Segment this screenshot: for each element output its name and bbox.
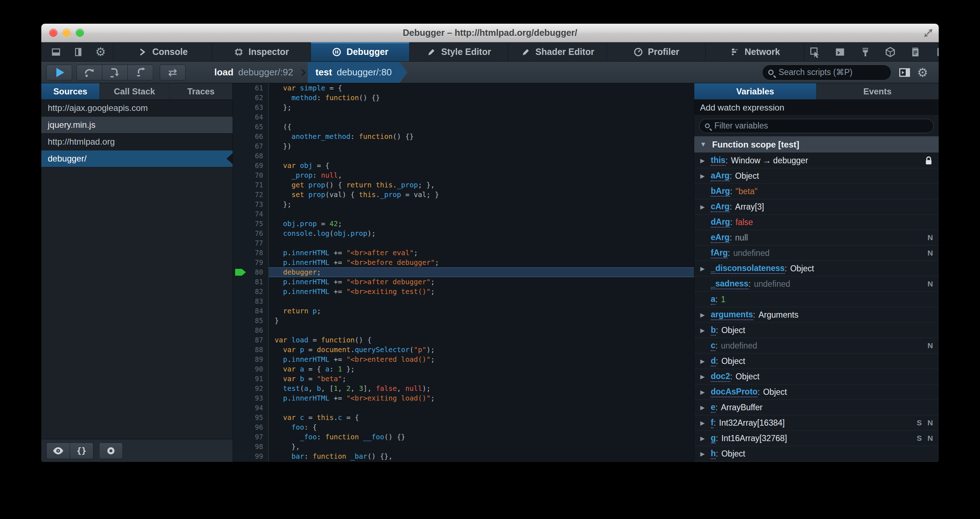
gear-button[interactable]: ⚙ (90, 44, 111, 60)
scope-header[interactable]: ▼ Function scope [test] (694, 136, 939, 153)
source-group-row[interactable]: http://htmlpad.org (41, 134, 232, 150)
pick-element-button[interactable] (805, 44, 825, 60)
window-titlebar[interactable]: Debugger – http://htmlpad.org/debugger/ (41, 24, 939, 42)
line-number-gutter[interactable]: 95 (233, 413, 269, 422)
tab-inspector[interactable]: Inspector (212, 42, 311, 61)
line-number-gutter[interactable]: 91 (233, 374, 269, 384)
variable-row[interactable]: ▶_disconsolateness: Object (694, 261, 939, 276)
line-number-gutter[interactable]: 79 (233, 258, 269, 267)
pause-on-exceptions-button[interactable]: ⇄ (160, 65, 186, 80)
variable-row[interactable]: ▶this: Window → debugger (694, 153, 939, 168)
variable-row[interactable]: ▶f: Int32Array[16384]SN (694, 415, 939, 431)
source-file-row[interactable]: debugger/ (41, 150, 232, 167)
step-over-button[interactable] (76, 65, 102, 80)
line-number-gutter[interactable]: 86 (233, 326, 269, 335)
source-file-row[interactable]: jquery.min.js (41, 117, 232, 134)
variable-row[interactable]: c: undefinedN (694, 338, 939, 353)
variable-row[interactable]: bArg: "beta" (694, 184, 939, 199)
expand-arrow-icon[interactable]: ▶ (694, 173, 711, 180)
line-number-gutter[interactable]: 67 (233, 142, 269, 151)
line-number-gutter[interactable]: 88 (233, 345, 269, 355)
variable-row[interactable]: ▶docAsProto: Object (694, 384, 939, 400)
line-number-gutter[interactable]: 61 (233, 83, 269, 93)
tab-style-editor[interactable]: Style Editor (410, 42, 508, 61)
minimize-window-button[interactable] (62, 29, 71, 37)
stack-frame-load[interactable]: loaddebugger/:92 (208, 62, 299, 83)
variables-tab-events[interactable]: Events (817, 83, 939, 99)
line-number-gutter[interactable]: 93 (233, 393, 269, 403)
line-number-gutter[interactable]: 90 (233, 364, 269, 374)
variable-row[interactable]: ▶g: Int16Array[32768]SN (694, 431, 939, 446)
line-number-gutter[interactable]: 74 (233, 209, 269, 219)
line-number-gutter[interactable]: 98 (233, 442, 269, 452)
close-window-button[interactable] (49, 29, 57, 37)
expand-arrow-icon[interactable]: ▶ (694, 373, 711, 380)
tab-console[interactable]: Console (113, 42, 212, 61)
line-number-gutter[interactable]: 75 (233, 219, 269, 229)
line-number-gutter[interactable]: 64 (233, 112, 269, 122)
line-number-gutter[interactable]: 68 (233, 151, 269, 161)
tab-profiler[interactable]: Profiler (607, 42, 706, 61)
line-number-gutter[interactable]: 71 (233, 180, 269, 190)
source-editor[interactable]: 61 var simple = {62 method: function() {… (233, 83, 694, 462)
line-number-gutter[interactable]: 97 (233, 432, 269, 442)
variable-row[interactable]: dArg: false (694, 215, 939, 230)
expand-arrow-icon[interactable]: ▶ (694, 435, 711, 442)
pretty-print-button[interactable]: {} (70, 443, 93, 459)
variable-row[interactable]: eArg: nullN (694, 230, 939, 245)
variable-row[interactable]: ▶doc2: Object (694, 369, 939, 384)
step-out-button[interactable] (127, 65, 153, 80)
filter-variables-box[interactable] (699, 119, 934, 133)
expand-arrow-icon[interactable]: ▶ (694, 204, 711, 210)
variable-row[interactable]: ▶cArg: Array[3] (694, 199, 939, 215)
line-number-gutter[interactable]: 83 (233, 296, 269, 306)
line-number-gutter[interactable]: 96 (233, 422, 269, 432)
line-number-gutter[interactable]: 87 (233, 335, 269, 345)
variable-row[interactable]: ▶aArg: Object (694, 168, 939, 184)
variable-row[interactable]: ▶b: Object (694, 323, 939, 338)
variable-row[interactable]: _sadness: undefinedN (694, 276, 939, 292)
sources-tab-traces[interactable]: Traces (169, 83, 232, 99)
window-resize-icon[interactable] (922, 27, 934, 41)
variables-tab-variables[interactable]: Variables (694, 83, 817, 99)
resume-button[interactable] (46, 65, 72, 80)
variable-row[interactable]: fArg: undefinedN (694, 245, 939, 261)
variable-row[interactable]: ▶h: Object (694, 446, 939, 462)
responsive-mode-button[interactable] (930, 44, 939, 60)
expand-arrow-icon[interactable]: ▶ (694, 157, 711, 164)
toggle-tracing-button[interactable] (99, 443, 123, 459)
variable-row[interactable]: ▶arguments: Arguments (694, 307, 939, 323)
line-number-gutter[interactable]: 65 (233, 122, 269, 132)
zoom-window-button[interactable] (76, 29, 84, 37)
expand-arrow-icon[interactable]: ▶ (694, 327, 711, 334)
line-number-gutter[interactable]: 72 (233, 190, 269, 199)
line-number-gutter[interactable]: 82 (233, 287, 269, 296)
line-number-gutter[interactable]: 85 (233, 316, 269, 326)
line-number-gutter[interactable]: 81 (233, 277, 269, 287)
tab-debugger[interactable]: Debugger (311, 42, 410, 61)
line-number-gutter[interactable]: 73 (233, 199, 269, 209)
script-search-box[interactable] (762, 65, 891, 80)
line-number-gutter[interactable]: 62 (233, 93, 269, 103)
line-number-gutter[interactable]: 66 (233, 132, 269, 142)
expand-arrow-icon[interactable]: ▶ (694, 358, 711, 365)
add-watch-expression[interactable]: Add watch expression (694, 100, 939, 116)
filter-variables-input[interactable] (714, 121, 928, 131)
tab-network[interactable]: Network (706, 42, 805, 61)
expand-arrow-icon[interactable]: ▶ (694, 420, 711, 427)
tilt-3d-button[interactable] (880, 44, 900, 60)
clean-button[interactable] (855, 44, 875, 60)
panel-toggle-button[interactable] (896, 65, 913, 80)
line-number-gutter[interactable]: 99 (233, 452, 269, 461)
line-number-gutter[interactable]: 94 (233, 403, 269, 413)
tab-shader-editor[interactable]: Shader Editor (508, 42, 607, 61)
dock-bottom-button[interactable] (46, 44, 67, 60)
line-number-gutter[interactable]: 78 (233, 248, 269, 258)
stack-frame-test[interactable]: testdebugger/:80 (308, 62, 408, 83)
expand-arrow-icon[interactable]: ▶ (694, 404, 711, 411)
scratchpad-button[interactable] (905, 44, 926, 60)
line-number-gutter[interactable]: 63 (233, 103, 269, 112)
source-group-row[interactable]: http://ajax.googleapis.com (41, 100, 232, 117)
variable-row[interactable]: a: 1 (694, 292, 939, 307)
expand-arrow-icon[interactable]: ▶ (694, 389, 711, 396)
